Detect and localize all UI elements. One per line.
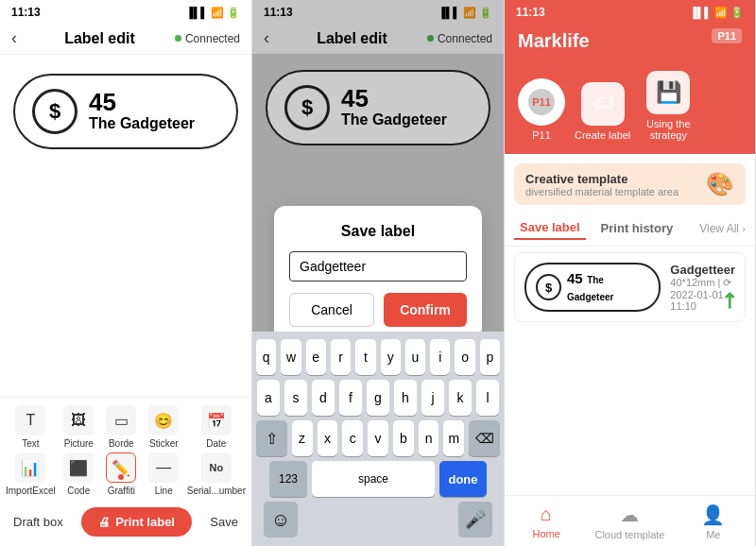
key-w[interactable]: w — [281, 339, 301, 375]
key-d[interactable]: d — [312, 380, 335, 416]
nav-me[interactable]: 👤 Me — [672, 503, 755, 540]
save-button-1[interactable]: Save — [210, 515, 238, 529]
create-label-text: Create label — [575, 129, 630, 141]
save-label-modal: Save label Cancel Confirm — [274, 206, 482, 340]
delete-key[interactable]: ⌫ — [469, 420, 500, 456]
panel-label-edit-2: 11:13 ▐▌▌ 📶 🔋 ‹ Label edit Connected $ 4… — [252, 0, 505, 546]
p11-circle-icon: P11 — [518, 78, 565, 126]
key-u[interactable]: u — [405, 339, 425, 375]
home-label: Home — [532, 528, 559, 539]
tool-serial[interactable]: No Serial...umber — [187, 452, 246, 496]
key-z[interactable]: z — [292, 420, 313, 456]
key-n[interactable]: n — [419, 420, 439, 456]
key-e[interactable]: e — [306, 339, 326, 375]
nav-title-1: Label edit — [25, 30, 175, 47]
key-s[interactable]: s — [284, 380, 307, 416]
key-o[interactable]: o — [455, 339, 474, 375]
status-bar-3: 11:13 ▐▌▌ 📶 🔋 — [505, 0, 755, 23]
modal-title: Save label — [289, 223, 467, 240]
tool-import-excel[interactable]: 📊 ImportExcel — [6, 452, 56, 496]
using-strategy-icon: 💾 — [646, 71, 690, 114]
line-icon: — — [148, 452, 179, 483]
saved-text-block: 45 The Gadgeteer — [567, 270, 649, 304]
dollar-icon-1: $ — [32, 89, 77, 134]
using-strategy-icon-item[interactable]: 💾 Using the strategy — [640, 71, 696, 141]
modal-buttons: Cancel Confirm — [289, 293, 467, 327]
emoji-key[interactable]: ☺ — [264, 502, 298, 537]
using-strategy-text: Using the strategy — [640, 118, 696, 141]
nav-home[interactable]: ⌂ Home — [505, 503, 588, 540]
key-p[interactable]: p — [480, 339, 500, 375]
key-v[interactable]: v — [368, 420, 388, 456]
tab-print-history[interactable]: Print history — [595, 217, 679, 239]
date-icon: 📅 — [201, 405, 232, 435]
creative-text: Creative template diversified material t… — [525, 172, 679, 197]
key-g[interactable]: g — [367, 380, 389, 416]
key-j[interactable]: j — [421, 380, 444, 416]
tool-code[interactable]: ⬛ Code — [60, 452, 98, 496]
green-dot-1 — [175, 35, 181, 42]
create-label-icon: 🏷 — [581, 82, 625, 126]
p11-icon-item[interactable]: P11 P11 — [518, 78, 565, 141]
creative-subtitle: diversified material template area — [525, 186, 679, 197]
key-i[interactable]: i — [430, 339, 450, 375]
save-label-input[interactable] — [289, 251, 467, 282]
tool-picture[interactable]: 🖼 Picture — [60, 405, 98, 449]
kb-spacer — [302, 502, 454, 537]
creative-template-banner[interactable]: Creative template diversified material t… — [514, 163, 746, 205]
chevron-right-icon: › — [742, 223, 746, 234]
key-b[interactable]: b — [393, 420, 414, 456]
key-x[interactable]: x — [318, 420, 338, 456]
signal-icon-3: ▐▌▌ — [690, 7, 712, 18]
me-icon: 👤 — [701, 503, 725, 526]
printer-icon: 🖨 — [98, 515, 111, 529]
key-t[interactable]: t — [355, 339, 375, 375]
tool-serial-label: Serial...umber — [187, 486, 246, 496]
status-time-1: 11:13 — [11, 6, 41, 19]
border-icon: ▭ — [106, 405, 136, 435]
key-k[interactable]: k — [449, 380, 472, 416]
cancel-button[interactable]: Cancel — [289, 293, 374, 327]
done-key[interactable]: done — [439, 461, 487, 497]
tool-border[interactable]: ▭ Borde — [102, 405, 141, 449]
keyboard: q w e r t y u i o p a s d f g h j k l ⇧ … — [252, 332, 504, 546]
key-r[interactable]: r — [331, 339, 351, 375]
tool-graffiti[interactable]: ✏️ Graffiti — [102, 452, 141, 496]
back-button-1[interactable]: ‹ — [11, 28, 17, 48]
shift-key[interactable]: ⇧ — [256, 420, 287, 456]
key-l[interactable]: l — [476, 380, 499, 416]
nav-cloud-template[interactable]: ☁ Cloud template — [588, 503, 671, 540]
space-key[interactable]: space — [312, 461, 435, 497]
key-y[interactable]: y — [381, 339, 401, 375]
key-m[interactable]: m — [443, 420, 464, 456]
marklife-header: Marklife P11 P11 P11 🏷 Create label 💾 Us… — [505, 23, 755, 154]
saved-card[interactable]: $ 45 The Gadgeteer Gadgetteer 40*12mm | … — [514, 252, 746, 322]
keyboard-row-3: ⇧ z x c v b n m ⌫ — [256, 420, 500, 456]
connected-badge-1: Connected — [175, 32, 240, 45]
confirm-button[interactable]: Confirm — [384, 293, 467, 327]
key-q[interactable]: q — [256, 339, 276, 375]
key-h[interactable]: h — [394, 380, 417, 416]
header-icons: P11 P11 🏷 Create label 💾 Using the strat… — [518, 71, 742, 141]
status-time-3: 11:13 — [516, 6, 545, 19]
tool-line[interactable]: — Line — [145, 452, 183, 496]
tool-text[interactable]: T Text — [6, 405, 56, 449]
status-bar-1: 11:13 ▐▌▌ 📶 🔋 — [0, 0, 251, 23]
view-all-button[interactable]: View All › — [699, 222, 746, 235]
key-a[interactable]: a — [257, 380, 280, 416]
tool-date[interactable]: 📅 Date — [187, 405, 246, 449]
keyboard-row-1: q w e r t y u i o p — [256, 339, 500, 375]
p11-badge: P11 — [712, 28, 742, 43]
tool-import-label: ImportExcel — [6, 486, 56, 496]
num-key[interactable]: 123 — [269, 461, 307, 497]
print-label-button[interactable]: 🖨 Print label — [81, 507, 192, 537]
key-f[interactable]: f — [339, 380, 362, 416]
tool-sticker[interactable]: 😊 Sticker — [145, 405, 183, 449]
key-c[interactable]: c — [342, 420, 363, 456]
tool-picture-label: Picture — [64, 438, 94, 449]
tool-line-label: Line — [155, 486, 173, 496]
tool-sticker-label: Sticker — [149, 438, 179, 449]
create-label-icon-item[interactable]: 🏷 Create label — [575, 82, 630, 141]
tab-save-label[interactable]: Save label — [514, 216, 586, 240]
mic-key[interactable]: 🎤 — [458, 502, 492, 537]
